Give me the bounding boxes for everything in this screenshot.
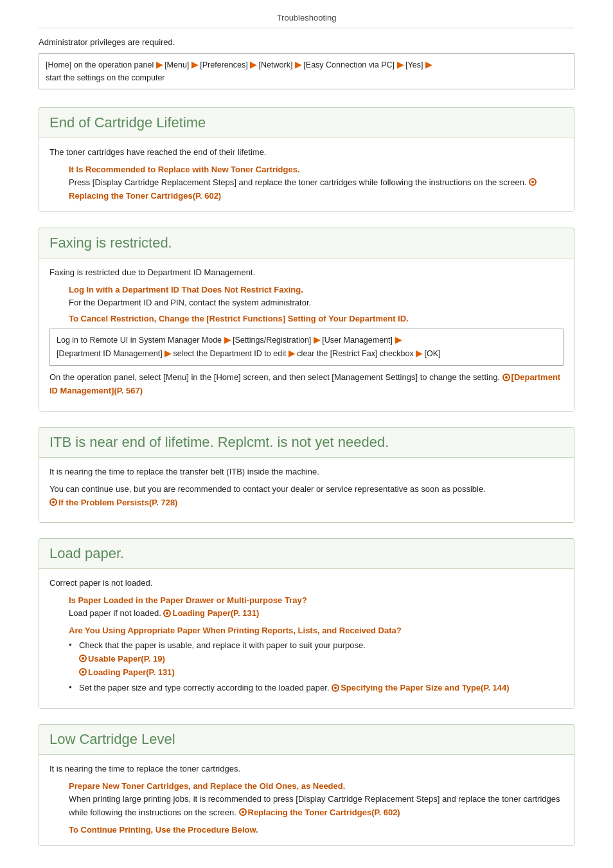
circle-ref-icon xyxy=(79,668,87,676)
arrow-icon: ▶ xyxy=(295,60,301,69)
fax-extra-link[interactable]: [Department ID Management](P. 567) xyxy=(49,372,560,395)
section-title-low-cartridge: Low Cartridge Level xyxy=(49,731,175,747)
remedy-title-prepare-cartridge: Prepare New Toner Cartridges, and Replac… xyxy=(69,781,564,791)
remedy-block-cartridge: It Is Recommended to Replace with New To… xyxy=(69,165,564,203)
arrow-icon: ▶ xyxy=(164,349,171,358)
remedy-text-paper-drawer: Load paper if not loaded. Loading Paper(… xyxy=(69,607,564,620)
remedy-title-appropriate-paper: Are You Using Appropriate Paper When Pri… xyxy=(69,626,564,635)
circle-ref-icon xyxy=(529,178,537,186)
section-header-faxing: Faxing is restricted. xyxy=(39,228,574,258)
section-load-paper: Load paper. Correct paper is not loaded.… xyxy=(39,538,574,709)
remedy-text-cartridge: Press [Display Cartridge Replacement Ste… xyxy=(69,176,564,203)
section-header-itb: ITB is near end of lifetime. Replcmt. is… xyxy=(39,428,574,457)
arrow-icon: ▶ xyxy=(191,60,198,69)
usable-paper-link[interactable]: Usable Paper(P. 19) xyxy=(88,654,165,664)
loading-paper-link[interactable]: Loading Paper(P. 131) xyxy=(88,667,175,677)
fax-flow-box: Log in to Remote UI in System Manager Mo… xyxy=(49,329,564,366)
nav-box: [Home] on the operation panel ▶ [Menu] ▶… xyxy=(39,53,574,89)
section-title-load-paper: Load paper. xyxy=(49,545,124,561)
section-title-faxing: Faxing is restricted. xyxy=(49,235,172,251)
remedy-title-fax-login: Log In with a Department ID That Does No… xyxy=(69,285,564,294)
remedy-title-paper-drawer: Is Paper Loaded in the Paper Drawer or M… xyxy=(69,595,564,605)
arrow-icon: ▶ xyxy=(224,336,231,345)
page-header: Troubleshooting xyxy=(39,13,574,28)
load-paper-desc: Correct paper is not loaded. xyxy=(49,577,564,590)
section-faxing-restricted: Faxing is restricted. Faxing is restrict… xyxy=(39,228,574,411)
paper-drawer-link[interactable]: Loading Paper(P. 131) xyxy=(172,608,259,618)
circle-ref-icon xyxy=(49,498,57,506)
section-title-itb: ITB is near end of lifetime. Replcmt. is… xyxy=(49,434,389,450)
section-header-end-of-cartridge: End of Cartridge Lifetime xyxy=(39,108,574,138)
section-body-load-paper: Correct paper is not loaded. Is Paper Lo… xyxy=(39,568,574,708)
arrow-icon: ▶ xyxy=(425,60,432,69)
section-low-cartridge: Low Cartridge Level It is nearing the ti… xyxy=(39,724,574,845)
itb-link[interactable]: If the Problem Persists(P. 728) xyxy=(58,498,177,507)
circle-ref-icon xyxy=(332,684,339,692)
remedy-block-faxing: Log In with a Department ID That Does No… xyxy=(69,285,564,323)
section-header-low-cartridge: Low Cartridge Level xyxy=(39,725,574,754)
section-body-low-cartridge: It is nearing the time to replace the to… xyxy=(39,754,574,845)
replacing-toner-link[interactable]: Replacing the Toner Cartridges(P. 602) xyxy=(248,808,400,817)
remedy-text-fax-login: For the Department ID and PIN, contact t… xyxy=(69,296,564,310)
remedy-text-prepare-cartridge: When printing large printing jobs, it is… xyxy=(69,793,564,820)
arrow-icon: ▶ xyxy=(416,349,422,358)
section-body-end-of-cartridge: The toner cartridges have reached the en… xyxy=(39,138,574,212)
remedy-title-continue-printing: To Continue Printing, Use the Procedure … xyxy=(69,825,564,835)
remedy-block-load-paper: Is Paper Loaded in the Paper Drawer or M… xyxy=(69,595,564,695)
section-body-faxing: Faxing is restricted due to Department I… xyxy=(39,258,574,411)
arrow-icon: ▶ xyxy=(395,336,402,345)
fax-extra-text: On the operation panel, select [Menu] in… xyxy=(49,371,564,398)
remedy-title-fax-cancel: To Cancel Restriction, Change the [Restr… xyxy=(69,314,564,323)
arrow-icon: ▶ xyxy=(250,60,256,69)
remedy-link-cartridge[interactable]: Replacing the Toner Cartridges(P. 602) xyxy=(69,191,221,201)
section-end-of-cartridge: End of Cartridge Lifetime The toner cart… xyxy=(39,107,574,212)
section-header-load-paper: Load paper. xyxy=(39,539,574,568)
itb-desc2: You can continue use, but you are recomm… xyxy=(49,483,564,510)
page-footer: 709 xyxy=(39,862,574,868)
section-desc-faxing: Faxing is restricted due to Department I… xyxy=(49,266,564,280)
section-body-itb: It is nearing the time to replace the tr… xyxy=(39,457,574,522)
itb-desc1: It is nearing the time to replace the tr… xyxy=(49,466,564,479)
remedy-title-cartridge: It Is Recommended to Replace with New To… xyxy=(69,165,564,174)
circle-ref-icon xyxy=(79,655,87,662)
arrow-icon: ▶ xyxy=(156,60,163,69)
low-cartridge-desc: It is nearing the time to replace the to… xyxy=(49,763,564,776)
paper-bullet-list: Check that the paper is usable, and repl… xyxy=(69,639,564,695)
nav-box-text: [Home] on the operation panel ▶ [Menu] ▶… xyxy=(46,60,432,82)
section-title-end-of-cartridge: End of Cartridge Lifetime xyxy=(49,114,206,131)
admin-note: Administrator privileges are required. xyxy=(39,37,574,47)
circle-ref-icon xyxy=(502,374,510,381)
arrow-icon: ▶ xyxy=(289,349,295,358)
arrow-icon: ▶ xyxy=(397,60,404,69)
section-itb: ITB is near end of lifetime. Replcmt. is… xyxy=(39,427,574,523)
paper-size-link[interactable]: Specifying the Paper Size and Type(P. 14… xyxy=(341,683,510,692)
list-item: Check that the paper is usable, and repl… xyxy=(69,639,564,679)
list-item: Set the paper size and type correctly ac… xyxy=(69,682,564,695)
circle-ref-icon xyxy=(239,808,247,816)
remedy-block-low-cartridge: Prepare New Toner Cartridges, and Replac… xyxy=(69,781,564,835)
circle-ref-icon xyxy=(163,610,171,617)
arrow-icon: ▶ xyxy=(314,336,320,345)
section-desc-end-of-cartridge: The toner cartridges have reached the en… xyxy=(49,146,564,159)
